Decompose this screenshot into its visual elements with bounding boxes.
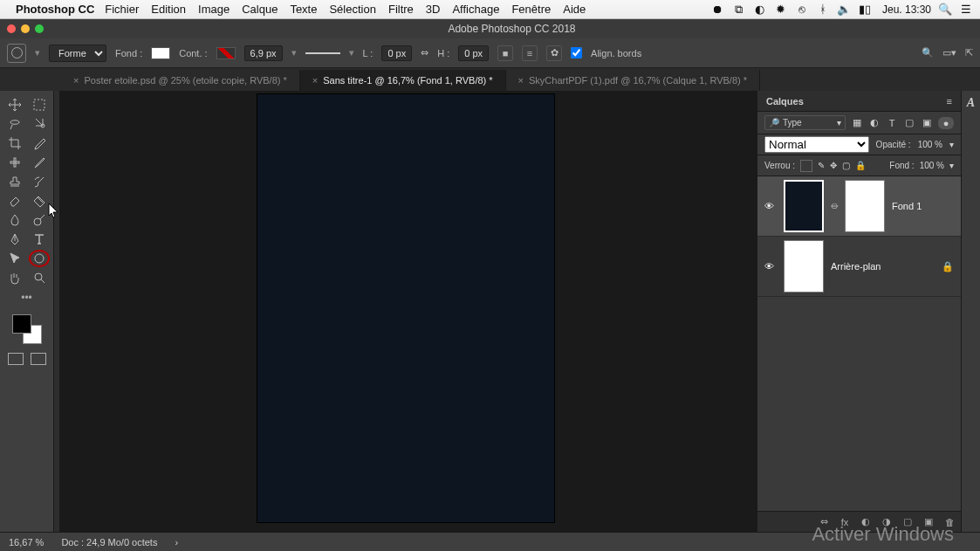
lock-icon[interactable]: 🔒 xyxy=(942,261,954,272)
close-tab-icon[interactable]: × xyxy=(73,75,79,86)
doc-info-chevron-icon[interactable]: › xyxy=(175,537,178,548)
pathops-icon[interactable]: ■ xyxy=(497,45,513,61)
volume-icon[interactable]: 🔈 xyxy=(837,3,851,17)
eraser-tool[interactable] xyxy=(4,192,25,210)
menu-fenetre[interactable]: Fenêtre xyxy=(511,3,551,16)
dodge-tool[interactable] xyxy=(29,211,50,229)
width-input[interactable]: 0 px xyxy=(381,45,412,61)
opacity-input[interactable]: 100 % xyxy=(918,140,942,149)
blend-mode-select[interactable]: Normal xyxy=(764,136,869,153)
filter-type-icon[interactable]: T xyxy=(886,117,898,129)
filter-pixel-icon[interactable]: ▦ xyxy=(851,117,863,129)
layer-thumbnail[interactable] xyxy=(784,180,824,232)
visibility-icon[interactable]: 👁 xyxy=(764,261,777,272)
menu-aide[interactable]: Aide xyxy=(563,3,586,16)
hand-tool[interactable] xyxy=(4,269,25,286)
stroke-style-select[interactable] xyxy=(305,52,340,54)
menu-calque[interactable]: Calque xyxy=(242,3,278,16)
bluetooth-icon[interactable]: ᚼ xyxy=(816,3,830,17)
spotlight-icon[interactable]: 🔍 xyxy=(938,3,952,17)
lock-position-icon[interactable]: ✥ xyxy=(830,161,837,170)
panel-menu-icon[interactable]: ≡ xyxy=(947,96,952,107)
dropbox-icon[interactable]: ⧉ xyxy=(732,3,746,17)
gear-icon[interactable]: ✿ xyxy=(546,45,562,61)
layer-thumbnail[interactable] xyxy=(784,240,824,293)
quick-select-tool[interactable] xyxy=(29,115,50,133)
layers-panel-title[interactable]: Calques xyxy=(766,96,804,107)
align-icon[interactable]: ≡ xyxy=(522,45,538,61)
zoom-level[interactable]: 16,67 % xyxy=(9,537,44,548)
mask-link-icon[interactable]: ⦵ xyxy=(831,202,838,211)
marquee-tool[interactable] xyxy=(29,96,50,114)
layer-item[interactable]: 👁 ⦵ Fond 1 xyxy=(757,176,961,237)
foreground-color-swatch[interactable] xyxy=(12,314,31,334)
align-edges-checkbox[interactable] xyxy=(571,47,582,59)
layer-name[interactable]: Fond 1 xyxy=(892,201,954,211)
filter-toggle-icon[interactable]: ● xyxy=(938,117,954,129)
lock-transparency-icon[interactable] xyxy=(800,160,812,172)
search-icon[interactable]: 🔍 xyxy=(922,47,934,59)
group-icon[interactable]: ▢ xyxy=(901,516,914,528)
stamp-tool[interactable] xyxy=(4,173,25,190)
tab-document-2[interactable]: ×Sans titre-1 @ 16,7% (Fond 1, RVB/8) * xyxy=(300,70,506,91)
new-layer-icon[interactable]: ▣ xyxy=(922,516,935,528)
filter-shape-icon[interactable]: ▢ xyxy=(903,117,915,129)
delete-layer-icon[interactable]: 🗑 xyxy=(943,516,956,528)
menu-selection[interactable]: Sélection xyxy=(329,3,375,16)
character-panel-icon[interactable]: A xyxy=(964,96,978,110)
clock[interactable]: Jeu. 13:30 xyxy=(882,3,931,16)
menu-filtre[interactable]: Filtre xyxy=(388,3,414,16)
menu-3d[interactable]: 3D xyxy=(426,3,441,16)
lock-artboard-icon[interactable]: ▢ xyxy=(842,161,850,170)
menu-image[interactable]: Image xyxy=(198,3,230,16)
quickmask-icon[interactable] xyxy=(8,353,24,365)
tab-document-1[interactable]: ×Poster etoile.psd @ 25% (etoile copie, … xyxy=(61,70,300,91)
adjustment-icon[interactable]: ◑ xyxy=(881,516,893,528)
layer-item[interactable]: 👁 Arrière-plan 🔒 xyxy=(757,237,961,297)
canvas-area[interactable] xyxy=(54,91,757,532)
battery-icon[interactable]: ▮▯ xyxy=(858,3,872,17)
visibility-icon[interactable]: 👁 xyxy=(764,201,777,211)
mask-icon[interactable]: ◐ xyxy=(860,516,872,528)
type-tool[interactable] xyxy=(29,231,50,248)
shape-tool[interactable] xyxy=(29,250,50,267)
stroke-swatch[interactable] xyxy=(216,47,236,59)
color-swatches[interactable] xyxy=(12,314,42,344)
tool-mode-select[interactable]: Forme xyxy=(49,45,106,62)
screenmode-icon[interactable] xyxy=(31,353,46,365)
layer-filter-select[interactable]: 🔎Type▾ xyxy=(764,115,846,130)
edit-toolbar-icon[interactable]: ••• xyxy=(21,292,32,304)
app-name[interactable]: Photoshop CC xyxy=(16,3,94,16)
maximize-window-button[interactable] xyxy=(35,24,44,33)
menu-icon[interactable]: ☰ xyxy=(959,3,973,17)
eyedropper-tool[interactable] xyxy=(29,134,50,152)
history-brush-tool[interactable] xyxy=(29,173,50,190)
link-wh-icon[interactable]: ⇔ xyxy=(421,47,428,59)
cc-icon[interactable]: ◐ xyxy=(753,3,767,17)
filter-adjust-icon[interactable]: ◐ xyxy=(868,117,881,129)
lock-paint-icon[interactable]: ✎ xyxy=(818,161,825,170)
lock-all-icon[interactable]: 🔒 xyxy=(855,161,866,170)
lasso-tool[interactable] xyxy=(4,115,25,133)
brush-tool[interactable] xyxy=(29,154,50,171)
menu-edition[interactable]: Edition xyxy=(151,3,186,16)
zoom-tool[interactable] xyxy=(29,269,50,286)
screencast-icon[interactable]: ⏺ xyxy=(711,3,725,17)
blur-tool[interactable] xyxy=(4,211,25,229)
pen-tool[interactable] xyxy=(4,231,25,248)
tab-document-3[interactable]: ×SkyChartPDF (1).pdf @ 16,7% (Calque 1, … xyxy=(506,70,760,91)
menu-fichier[interactable]: Fichier xyxy=(105,3,139,16)
share-icon[interactable]: ⇱ xyxy=(965,47,973,59)
stroke-width-input[interactable]: 6,9 px xyxy=(244,45,283,61)
workspace-icon[interactable]: ▭▾ xyxy=(942,47,956,59)
link-layers-icon[interactable]: ⇔ xyxy=(818,516,830,528)
fx-icon[interactable]: fx xyxy=(839,516,851,528)
layer-name[interactable]: Arrière-plan xyxy=(831,261,935,272)
fill-input[interactable]: 100 % xyxy=(920,161,944,170)
close-window-button[interactable] xyxy=(7,24,16,33)
minimize-window-button[interactable] xyxy=(21,24,30,33)
fill-swatch[interactable] xyxy=(151,47,170,59)
filter-smart-icon[interactable]: ▣ xyxy=(921,117,933,129)
close-tab-icon[interactable]: × xyxy=(518,75,524,86)
wifi-icon[interactable]: ⎋ xyxy=(795,3,809,17)
